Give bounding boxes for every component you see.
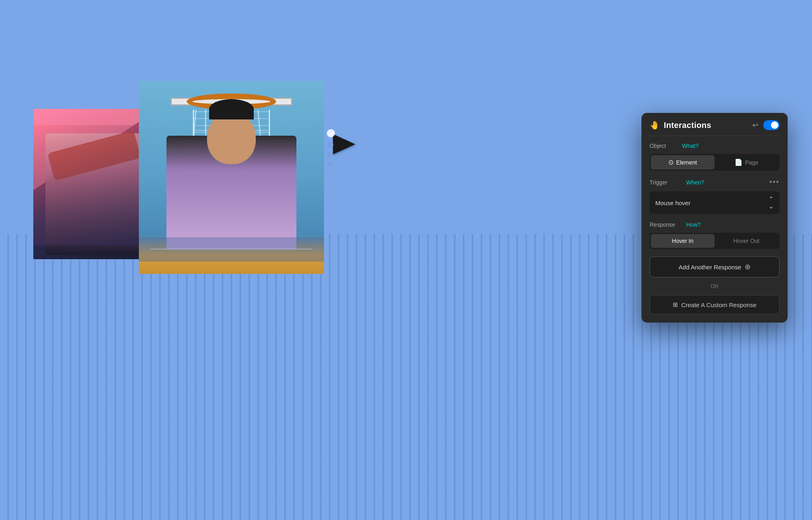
dot-2 — [327, 141, 333, 148]
panel-body: Object What? ⊙ Element 📄 Page Trigger Wh… — [641, 136, 788, 323]
panel-title: Interactions — [664, 121, 711, 130]
back-button[interactable]: ↩ — [752, 121, 758, 130]
page-tab-icon: 📄 — [734, 158, 743, 166]
interactions-panel: 🤚 Interactions ↩ Object What? ⊙ Element … — [641, 113, 788, 323]
response-row: Response How? — [650, 221, 780, 228]
how-link[interactable]: How? — [686, 221, 701, 228]
trigger-label: Trigger — [650, 179, 682, 186]
hover-out-tab[interactable]: Hover Out — [715, 234, 778, 248]
custom-response-plus-icon: ⊞ — [673, 301, 678, 308]
page-tab[interactable]: 📄 Page — [715, 155, 778, 169]
panel-title-group: 🤚 Interactions — [650, 120, 711, 130]
trigger-select[interactable]: Mouse hover ⌃⌄ — [650, 191, 780, 214]
response-label: Response — [650, 221, 682, 228]
panel-header: 🤚 Interactions ↩ — [641, 113, 788, 136]
dots-cluster — [327, 129, 335, 173]
custom-response-label: Create A Custom Response — [681, 301, 756, 308]
select-arrow-icon: ⌃⌄ — [769, 195, 774, 210]
trigger-left: Trigger When? — [650, 179, 704, 186]
object-label: Object — [650, 143, 682, 149]
hover-in-tab[interactable]: Hover In — [651, 234, 715, 248]
custom-response-button[interactable]: ⊞ Create A Custom Response — [650, 295, 780, 314]
trigger-value: Mouse hover — [655, 199, 691, 206]
cursor-arrow — [333, 134, 355, 154]
object-row: Object What? — [650, 143, 780, 149]
or-divider: OR — [650, 283, 780, 289]
element-tab[interactable]: ⊙ Element — [651, 155, 715, 169]
element-tab-label: Element — [676, 159, 697, 166]
trigger-row: Trigger When? ••• — [650, 178, 780, 186]
page-tab-label: Page — [745, 159, 758, 166]
element-tab-icon: ⊙ — [668, 158, 674, 166]
photo-center — [139, 81, 324, 274]
dot-5 — [327, 170, 330, 173]
add-response-plus-icon: ⊕ — [745, 262, 751, 271]
panel-controls: ↩ — [752, 120, 780, 130]
toggle-switch[interactable] — [763, 120, 780, 130]
when-link[interactable]: When? — [686, 179, 704, 186]
add-response-button[interactable]: Add Another Response ⊕ — [650, 256, 780, 277]
or-text: OR — [710, 283, 719, 289]
hover-tabs: Hover In Hover Out — [650, 233, 780, 249]
dot-3 — [327, 152, 332, 157]
interactions-icon: 🤚 — [650, 120, 660, 130]
more-button[interactable]: ••• — [769, 178, 780, 186]
what-link[interactable]: What? — [682, 143, 698, 149]
person-figure — [166, 136, 296, 249]
dot-4 — [327, 161, 331, 166]
dot-1 — [327, 129, 335, 137]
type-tabs: ⊙ Element 📄 Page — [650, 154, 780, 171]
add-response-label: Add Another Response — [678, 264, 741, 271]
